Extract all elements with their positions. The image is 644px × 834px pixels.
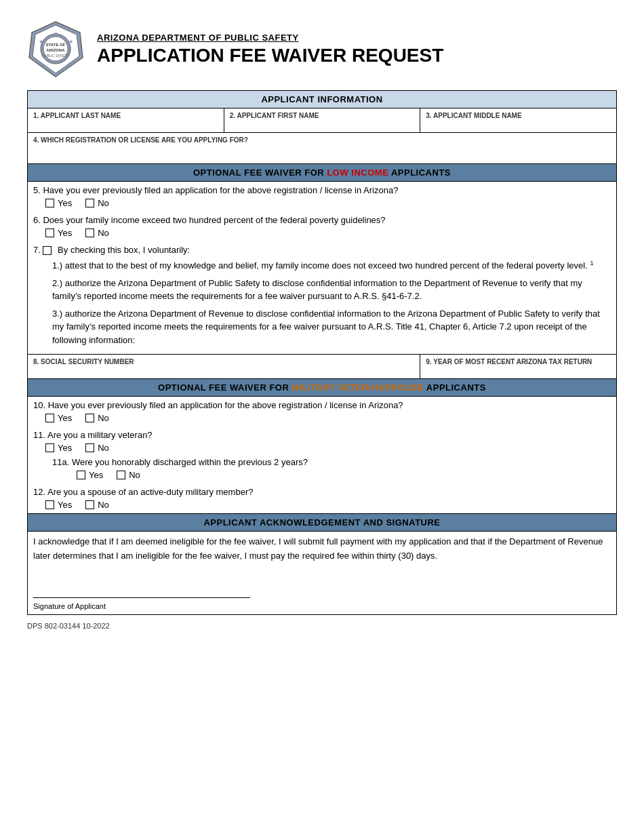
q12-no-label: No	[98, 500, 109, 510]
first-name-cell: 2. APPLICANT FIRST NAME	[224, 108, 420, 133]
middle-name-cell: 3. APPLICANT MIDDLE NAME	[420, 108, 617, 133]
svg-text:ARIZONA: ARIZONA	[46, 48, 65, 52]
q5-no-label: No	[98, 198, 109, 208]
q11a-yes-label: Yes	[89, 470, 103, 480]
q11a-checkboxes: Yes No	[77, 470, 611, 480]
footer: DPS 802-03144 10-2022	[27, 622, 617, 630]
q6-no-checkbox[interactable]	[85, 229, 94, 237]
q11a-text: 11a. Were you honorably discharged withi…	[52, 457, 611, 467]
q11-no-item[interactable]: No	[85, 443, 109, 453]
q7-label: 7.	[33, 245, 43, 255]
svg-text:STATE OF: STATE OF	[46, 43, 66, 47]
q12-yes-checkbox[interactable]	[45, 500, 54, 509]
q12-checkboxes: Yes No	[45, 500, 611, 510]
q11-no-checkbox[interactable]	[85, 443, 94, 452]
q11-row: 11. Are you a military veteran? Yes No 1…	[28, 426, 617, 483]
page-header: STATE OF ARIZONA PUBLIC SAFETY ★ ★ ★ ARI…	[27, 20, 617, 78]
q7-item1: 1.) attest that to the best of my knowle…	[52, 259, 611, 273]
q6-yes-item[interactable]: Yes	[45, 228, 72, 238]
q6-no-item[interactable]: No	[85, 228, 109, 238]
q5-checkboxes: Yes No	[45, 198, 611, 208]
svg-text:★: ★	[68, 39, 73, 45]
q6-row: 6. Does your family income exceed two hu…	[28, 212, 617, 241]
q11-yes-checkbox[interactable]	[45, 443, 54, 452]
q6-yes-checkbox[interactable]	[45, 229, 54, 237]
q12-yes-label: Yes	[58, 500, 72, 510]
q10-text: 10. Have you ever previously filed an ap…	[33, 400, 611, 410]
q7-cell: 7. By checking this box, I voluntarily: …	[28, 241, 617, 355]
q5-cell: 5. Have you ever previously filed an app…	[28, 182, 617, 212]
q11a-no-label: No	[129, 470, 140, 480]
registration-label: 4. WHICH REGISTRATION OR LICENSE ARE YOU…	[33, 136, 611, 144]
tax-year-cell: 9. YEAR OF MOST RECENT ARIZONA TAX RETUR…	[420, 355, 617, 379]
q7-item3: 3.) authorize the Arizona Department of …	[52, 307, 611, 347]
dept-name: ARIZONA DEPARTMENT OF PUBLIC SAFETY	[97, 33, 443, 43]
q11-checkboxes: Yes No	[45, 443, 611, 453]
q12-cell: 12. Are you a spouse of an active-duty m…	[28, 483, 617, 514]
q12-yes-item[interactable]: Yes	[45, 500, 72, 510]
q10-no-item[interactable]: No	[85, 413, 109, 423]
q11a-yes-item[interactable]: Yes	[77, 470, 103, 480]
q11-no-label: No	[98, 443, 109, 453]
registration-row: 4. WHICH REGISTRATION OR LICENSE ARE YOU…	[28, 133, 617, 164]
q5-text: 5. Have you ever previously filed an app…	[33, 185, 611, 195]
section-applicant-info-header: APPLICANT INFORMATION	[28, 91, 617, 108]
q11a-no-item[interactable]: No	[117, 470, 140, 480]
q11a-yes-checkbox[interactable]	[77, 471, 85, 479]
q12-no-item[interactable]: No	[85, 500, 109, 510]
q5-yes-item[interactable]: Yes	[45, 198, 72, 208]
svg-text:PUBLIC SAFETY: PUBLIC SAFETY	[43, 54, 70, 58]
q6-checkboxes: Yes No	[45, 228, 611, 238]
q10-cell: 10. Have you ever previously filed an ap…	[28, 397, 617, 427]
acknowledgement-header: APPLICANT ACKNOWLEDGEMENT AND SIGNATURE	[28, 514, 617, 532]
q11-text: 11. Are you a military veteran?	[33, 430, 611, 440]
q7-text: 7. By checking this box, I voluntarily:	[33, 245, 611, 255]
form-number: DPS 802-03144 10-2022	[27, 622, 110, 630]
q6-cell: 6. Does your family income exceed two hu…	[28, 212, 617, 241]
q6-no-label: No	[98, 228, 109, 238]
ssn-label: 8. SOCIAL SECURITY NUMBER	[33, 358, 414, 365]
signature-line	[33, 597, 250, 598]
q10-no-checkbox[interactable]	[85, 414, 94, 422]
q11-yes-item[interactable]: Yes	[45, 443, 72, 453]
acknowledgement-cell: I acknowledge that if I am deemed inelig…	[28, 532, 617, 615]
military-header: OPTIONAL FEE WAIVER FOR MILITARY VETERAN…	[28, 379, 617, 397]
q6-text: 6. Does your family income exceed two hu…	[33, 215, 611, 225]
q10-row: 10. Have you ever previously filed an ap…	[28, 397, 617, 427]
applicant-info-header: APPLICANT INFORMATION	[28, 91, 617, 108]
q5-yes-checkbox[interactable]	[45, 199, 54, 207]
form-title: APPLICATION FEE WAIVER REQUEST	[97, 45, 443, 66]
q12-no-checkbox[interactable]	[85, 500, 94, 509]
svg-text:★: ★	[39, 39, 43, 45]
q10-yes-checkbox[interactable]	[45, 414, 54, 422]
q10-yes-item[interactable]: Yes	[45, 413, 72, 423]
q10-no-label: No	[98, 413, 109, 423]
registration-cell: 4. WHICH REGISTRATION OR LICENSE ARE YOU…	[28, 133, 617, 164]
section-acknowledgement-header: APPLICANT ACKNOWLEDGEMENT AND SIGNATURE	[28, 514, 617, 532]
q12-row: 12. Are you a spouse of an active-duty m…	[28, 483, 617, 514]
q7-item2: 2.) authorize the Arizona Department of …	[52, 277, 611, 303]
section-military-header: OPTIONAL FEE WAIVER FOR MILITARY VETERAN…	[28, 379, 617, 397]
q12-text: 12. Are you a spouse of an active-duty m…	[33, 487, 611, 497]
tax-year-label: 9. YEAR OF MOST RECENT ARIZONA TAX RETUR…	[426, 358, 611, 365]
q5-no-checkbox[interactable]	[85, 199, 94, 207]
low-income-header: OPTIONAL FEE WAIVER FOR LOW INCOME APPLI…	[28, 164, 617, 182]
header-text-block: ARIZONA DEPARTMENT OF PUBLIC SAFETY APPL…	[97, 33, 443, 66]
signature-label: Signature of Applicant	[33, 602, 106, 610]
q11-cell: 11. Are you a military veteran? Yes No 1…	[28, 426, 617, 483]
section-low-income-header: OPTIONAL FEE WAIVER FOR LOW INCOME APPLI…	[28, 164, 617, 182]
ssn-cell: 8. SOCIAL SECURITY NUMBER	[28, 355, 420, 379]
name-fields-row: 1. APPLICANT LAST NAME 2. APPLICANT FIRS…	[28, 108, 617, 133]
q10-checkboxes: Yes No	[45, 413, 611, 423]
q7-row: 7. By checking this box, I voluntarily: …	[28, 241, 617, 355]
q5-row: 5. Have you ever previously filed an app…	[28, 182, 617, 212]
ssn-tax-row: 8. SOCIAL SECURITY NUMBER 9. YEAR OF MOS…	[28, 355, 617, 379]
svg-text:★: ★	[54, 31, 58, 37]
q7-checkbox[interactable]	[43, 246, 52, 255]
q11a-no-checkbox[interactable]	[117, 471, 125, 479]
form-table: APPLICANT INFORMATION 1. APPLICANT LAST …	[27, 90, 617, 615]
q10-yes-label: Yes	[58, 413, 72, 423]
middle-name-label: 3. APPLICANT MIDDLE NAME	[426, 112, 611, 119]
q11-yes-label: Yes	[58, 443, 72, 453]
q5-no-item[interactable]: No	[85, 198, 109, 208]
